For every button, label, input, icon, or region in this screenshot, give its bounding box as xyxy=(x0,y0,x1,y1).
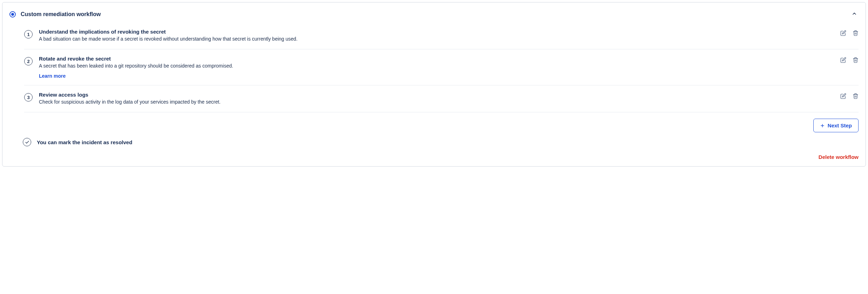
edit-step-button[interactable] xyxy=(840,30,846,36)
step-actions xyxy=(840,56,859,63)
step-content: Review access logs Check for suspicious … xyxy=(39,92,840,106)
learn-more-link[interactable]: Learn more xyxy=(39,73,66,79)
plus-icon xyxy=(820,123,825,128)
check-circle-icon xyxy=(23,138,31,146)
edit-icon xyxy=(840,57,846,63)
delete-step-button[interactable] xyxy=(853,57,859,63)
workflow-title: Custom remediation workflow xyxy=(21,11,101,18)
step-item: 2 Rotate and revoke the secret A secret … xyxy=(24,49,859,85)
next-step-label: Next Step xyxy=(828,122,852,128)
trash-icon xyxy=(853,57,859,63)
next-step-row: Next Step xyxy=(24,112,859,136)
step-content: Rotate and revoke the secret A secret th… xyxy=(39,56,840,79)
step-description: A secret that has been leaked into a git… xyxy=(39,62,840,70)
edit-icon xyxy=(840,93,846,99)
chevron-up-icon xyxy=(852,11,857,16)
workflow-card: Custom remediation workflow 1 Understand… xyxy=(2,2,866,167)
step-left: 2 Rotate and revoke the secret A secret … xyxy=(24,56,840,79)
step-number-badge: 2 xyxy=(24,57,33,65)
delete-workflow-button[interactable]: Delete workflow xyxy=(819,154,859,160)
radio-dot-icon xyxy=(11,13,14,16)
resolved-text: You can mark the incident as resolved xyxy=(37,139,132,145)
edit-step-button[interactable] xyxy=(840,57,846,63)
step-actions xyxy=(840,29,859,36)
step-description: A bad situation can be made worse if a s… xyxy=(39,35,840,43)
step-item: 1 Understand the implications of revokin… xyxy=(24,27,859,49)
header-left: Custom remediation workflow xyxy=(9,11,101,18)
trash-icon xyxy=(853,93,859,99)
edit-step-button[interactable] xyxy=(840,93,846,99)
collapse-toggle[interactable] xyxy=(850,9,859,19)
step-title: Rotate and revoke the secret xyxy=(39,56,840,62)
step-title: Understand the implications of revoking … xyxy=(39,29,840,35)
radio-selected[interactable] xyxy=(9,11,16,18)
check-icon xyxy=(25,140,29,145)
steps-list: 1 Understand the implications of revokin… xyxy=(9,27,859,136)
step-item: 3 Review access logs Check for suspiciou… xyxy=(24,85,859,112)
step-title: Review access logs xyxy=(39,92,840,98)
step-number-badge: 1 xyxy=(24,30,33,38)
step-left: 3 Review access logs Check for suspiciou… xyxy=(24,92,840,106)
delete-step-button[interactable] xyxy=(853,30,859,36)
delete-step-button[interactable] xyxy=(853,93,859,99)
workflow-header: Custom remediation workflow xyxy=(9,9,859,19)
next-step-button[interactable]: Next Step xyxy=(813,119,859,132)
step-actions xyxy=(840,92,859,99)
resolved-row: You can mark the incident as resolved xyxy=(9,138,859,146)
edit-icon xyxy=(840,30,846,36)
trash-icon xyxy=(853,30,859,36)
delete-row: Delete workflow xyxy=(9,154,859,160)
step-number-badge: 3 xyxy=(24,93,33,102)
step-left: 1 Understand the implications of revokin… xyxy=(24,29,840,43)
step-content: Understand the implications of revoking … xyxy=(39,29,840,43)
step-description: Check for suspicious activity in the log… xyxy=(39,98,840,106)
